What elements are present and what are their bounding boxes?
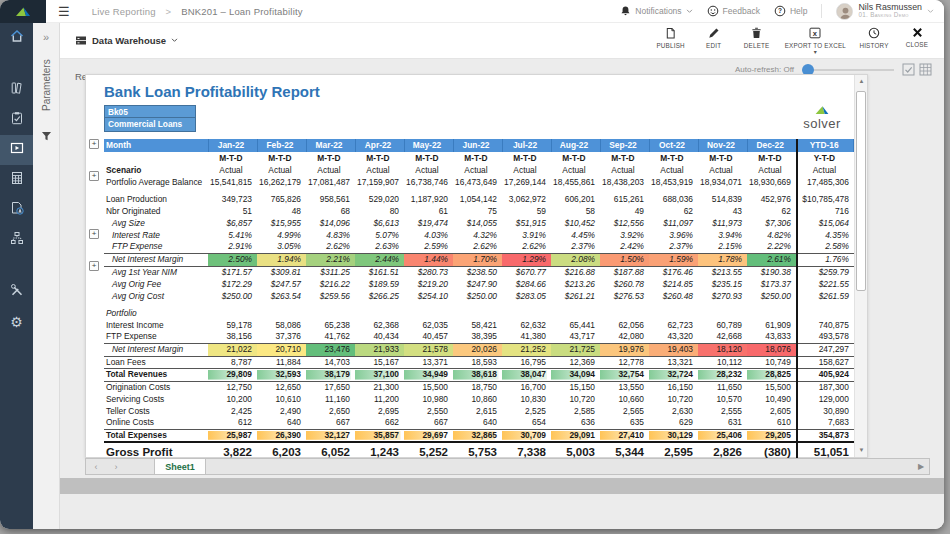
table-cell: 4.83% (306, 229, 355, 241)
table-cell: 21,022 (208, 343, 257, 356)
sidebar-item-checklist[interactable] (0, 105, 33, 135)
table-cell: 2.50% (208, 253, 257, 266)
table-cell: 8,787 (208, 356, 257, 368)
sidebar-item-calculator[interactable] (0, 165, 33, 195)
row-label: Online Costs (104, 417, 208, 429)
expand-button[interactable]: + (89, 229, 99, 239)
sidebar-item-settings[interactable]: ⚙ (0, 307, 33, 337)
table-cell: 18,934,071 (698, 176, 747, 188)
table-cell: $7,306 (747, 217, 797, 229)
table-cell: 129,000 (797, 393, 854, 405)
notifications-button[interactable]: Notifications (620, 5, 692, 17)
table-cell: M-T-D (698, 152, 747, 164)
table-cell: $214.85 (649, 278, 698, 290)
month-header-cell: Jul-22 (502, 139, 551, 152)
expand-button[interactable]: + (89, 261, 99, 271)
table-cell: 1.59% (649, 253, 698, 266)
table-cell: 2,525 (502, 405, 551, 417)
edit-button[interactable]: EDIT (699, 27, 729, 49)
sheet-prev-icon[interactable]: ‹ (86, 459, 106, 474)
table-cell: 16,738,746 (404, 176, 453, 188)
table-cell: M-T-D (502, 152, 551, 164)
scrollbar-thumb[interactable] (856, 91, 866, 291)
scroll-up-icon[interactable]: ▲ (855, 75, 868, 88)
sheet-tab[interactable]: Sheet1 (154, 459, 206, 474)
close-button[interactable]: CLOSE (902, 27, 932, 48)
table-cell: 3.96% (649, 229, 698, 241)
table-cell: 2.62% (502, 241, 551, 253)
row-label: Loan Production (104, 193, 208, 205)
table-cell: 5.07% (355, 229, 404, 241)
sidebar-item-user-document[interactable] (0, 195, 33, 225)
table-cell: 11,200 (355, 393, 404, 405)
table-cell: 2.59% (404, 241, 453, 253)
table-cell: 740,875 (797, 319, 854, 331)
expand-button[interactable]: + (89, 171, 99, 181)
sidebar-item-integrations[interactable] (0, 225, 33, 255)
table-cell: 2,695 (355, 405, 404, 417)
publish-button[interactable]: PUBLISH (656, 27, 686, 49)
nav-sidebar: ⚙ (0, 23, 33, 529)
table-cell: 13,550 (600, 381, 649, 393)
grid-view-icon[interactable] (919, 63, 932, 76)
delete-button[interactable]: DELETE (742, 27, 772, 49)
table-row: Online Costs6126406676626676406546366356… (104, 417, 854, 429)
user-org: 01. Banking Demo (858, 12, 922, 19)
breadcrumb[interactable]: Live Reporting > BNK201 – Loan Profitabi… (92, 6, 303, 17)
table-row: FTP Expense2.91%3.05%2.62%2.63%2.59%2.62… (104, 241, 854, 253)
table-cell: Actual (404, 164, 453, 176)
hscroll-right-icon[interactable]: ▶ (913, 459, 929, 474)
table-cell: 2,490 (257, 405, 306, 417)
data-source-label: Data Warehouse (92, 35, 166, 46)
menu-icon[interactable]: ☰ (58, 4, 70, 19)
solver-triangle-icon (812, 105, 832, 115)
table-cell (649, 307, 698, 319)
feedback-button[interactable]: Feedback (707, 5, 760, 17)
table-cell: 405,924 (797, 368, 854, 381)
table-cell: M-T-D (747, 152, 797, 164)
row-label: FTP Expense (104, 241, 208, 253)
table-cell: 61,909 (747, 319, 797, 331)
history-button[interactable]: HISTORY (859, 27, 889, 49)
table-cell: $259.79 (797, 266, 854, 278)
scroll-down-icon[interactable]: ▼ (855, 444, 868, 457)
table-cell: 30,890 (797, 405, 854, 417)
checkbox-icon[interactable] (902, 63, 915, 76)
breadcrumb-section[interactable]: Live Reporting (92, 6, 156, 17)
table-cell: 2,550 (404, 405, 453, 417)
user-document-icon (10, 201, 24, 219)
table-cell: 4.32% (453, 229, 502, 241)
sidebar-item-home[interactable] (0, 23, 33, 53)
data-source-dropdown[interactable]: Data Warehouse (75, 35, 178, 46)
table-cell: 19,403 (649, 343, 698, 356)
table-cell: $6,857 (208, 217, 257, 229)
table-cell: 32,593 (257, 368, 306, 381)
sidebar-item-tools[interactable] (0, 277, 33, 307)
sheet-next-icon[interactable]: › (106, 459, 126, 474)
table-cell: 38,179 (306, 368, 355, 381)
expand-button[interactable]: + (89, 139, 99, 149)
table-row: Portfolio Average Balance15,541,81516,26… (104, 176, 854, 188)
table-cell: 640 (257, 417, 306, 429)
vertical-scrollbar[interactable]: ▲ ▼ (854, 75, 867, 457)
user-menu[interactable]: Nils Rasmussen 01. Banking Demo (836, 3, 934, 20)
export-to-excel-button[interactable]: xEXPORT TO EXCEL▾ (785, 27, 846, 54)
help-button[interactable]: ? Help (774, 5, 807, 17)
table-cell: 10,570 (698, 393, 747, 405)
table-cell: 2,615 (453, 405, 502, 417)
table-cell: 27,410 (600, 429, 649, 442)
sidebar-item-report[interactable] (0, 135, 33, 165)
checklist-icon (10, 111, 24, 129)
table-cell: $266.25 (355, 290, 404, 302)
main-area: Data Warehouse PUBLISHEDITDELETExEXPORT … (60, 23, 944, 529)
table-cell: 12,650 (257, 381, 306, 393)
table-cell: $260.48 (649, 290, 698, 302)
table-cell: 2.62% (306, 241, 355, 253)
expand-panel-icon[interactable]: » (33, 31, 59, 43)
table-cell: Actual (797, 164, 854, 176)
action-label: DELETE (744, 42, 770, 49)
table-cell: 2.15% (698, 241, 747, 253)
table-cell: 15,500 (747, 381, 797, 393)
table-cell: 61 (404, 205, 453, 217)
sidebar-item-library[interactable] (0, 75, 33, 105)
